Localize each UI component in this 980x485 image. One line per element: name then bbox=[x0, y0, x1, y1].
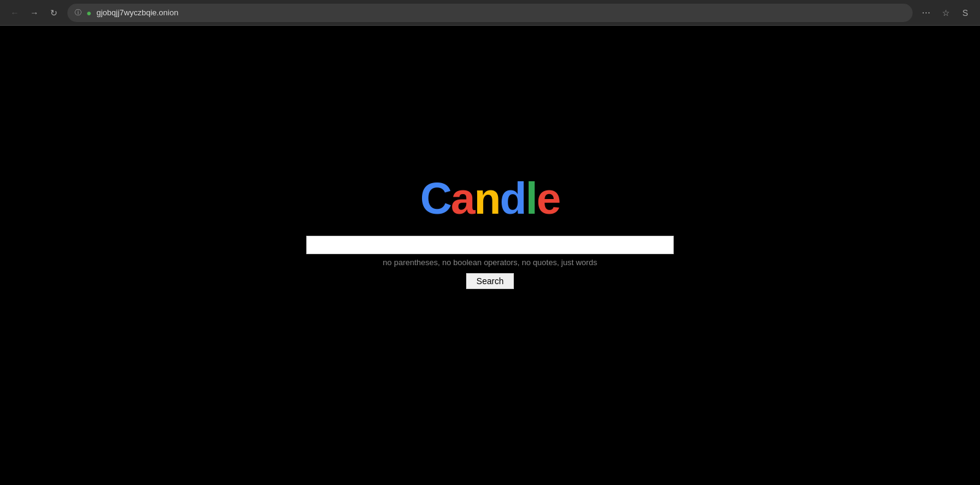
logo-letter-l: l bbox=[526, 174, 537, 223]
logo-letter-a: a bbox=[451, 174, 474, 223]
logo-letter-C: C bbox=[420, 174, 451, 223]
address-bar[interactable]: ⓘ ● gjobqjj7wyczbqie.onion bbox=[67, 4, 913, 22]
tor-icon: ● bbox=[86, 8, 91, 18]
profile-button[interactable]: S bbox=[957, 4, 974, 21]
search-hint: no parentheses, no boolean operators, no… bbox=[383, 258, 597, 267]
search-container: Candle no parentheses, no boolean operat… bbox=[306, 173, 674, 289]
refresh-button[interactable]: ↻ bbox=[45, 4, 62, 21]
site-logo: Candle bbox=[420, 173, 560, 224]
search-button[interactable]: Search bbox=[466, 273, 514, 289]
bookmark-button[interactable]: ☆ bbox=[937, 4, 954, 21]
browser-controls: ← → ↻ bbox=[6, 4, 62, 21]
logo-letter-d: d bbox=[500, 174, 526, 223]
forward-button[interactable]: → bbox=[26, 4, 43, 21]
browser-right-controls: ⋯ ☆ S bbox=[918, 4, 974, 21]
url-text: gjobqjj7wyczbqie.onion bbox=[96, 8, 905, 17]
menu-button[interactable]: ⋯ bbox=[918, 4, 935, 21]
browser-chrome: ← → ↻ ⓘ ● gjobqjj7wyczbqie.onion ⋯ ☆ S bbox=[0, 0, 980, 26]
page-content: Candle no parentheses, no boolean operat… bbox=[0, 26, 980, 485]
logo-letter-n: n bbox=[474, 174, 500, 223]
search-input[interactable] bbox=[306, 236, 674, 254]
logo-letter-e: e bbox=[537, 174, 560, 223]
info-icon: ⓘ bbox=[75, 8, 81, 17]
back-button[interactable]: ← bbox=[6, 4, 23, 21]
